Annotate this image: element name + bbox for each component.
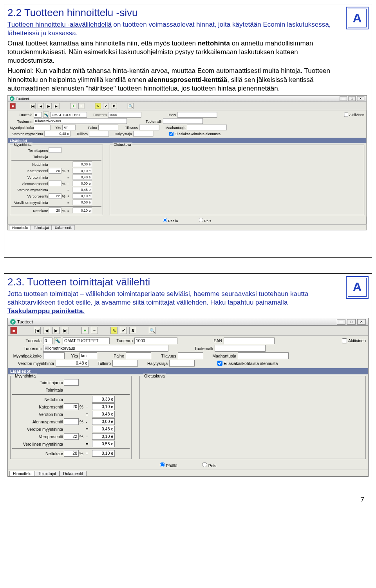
tuotemalli-input-2[interactable] <box>215 345 266 352</box>
add-button-2[interactable]: + <box>81 327 89 334</box>
alennuspros-input-2[interactable] <box>64 418 79 425</box>
nav-prev-button[interactable]: ◀ <box>38 103 43 109</box>
close-button-2[interactable]: ✕ <box>357 319 366 325</box>
search-button-2[interactable]: 🔍 <box>149 327 156 334</box>
tuotenro-label-2: Tuotenro <box>111 338 133 343</box>
tullinro-input[interactable] <box>89 131 109 136</box>
minimize-button[interactable]: — <box>340 96 347 101</box>
ean-input[interactable] <box>177 112 217 117</box>
tuoteala-name-2[interactable]: OMAT TUOTTEET <box>63 338 110 344</box>
verollinen-value[interactable]: 0,58 e <box>73 200 92 205</box>
kateprosentti-input[interactable]: 20 <box>49 168 61 173</box>
tab-toimittajat-2[interactable]: Toimittajat <box>35 471 60 476</box>
tuoteala-input-2[interactable]: 0 <box>43 338 52 344</box>
nettohinta-value[interactable]: 0,38 e <box>73 162 92 167</box>
halytys-input-2[interactable] <box>169 360 195 367</box>
radio-paalla[interactable]: Päällä <box>163 219 178 223</box>
minimize-button-2[interactable]: — <box>337 319 345 325</box>
cancel-button-2[interactable]: ✘ <box>129 327 136 334</box>
verollinen-value-2[interactable]: 0,58 e <box>92 441 115 447</box>
radio-pois[interactable]: Pois <box>199 219 211 223</box>
toolbar-record-button-2[interactable]: ■ <box>10 327 17 334</box>
aktiivinen-checkbox-2[interactable]: Aktiivinen <box>342 338 366 343</box>
verotonmyynti-input[interactable]: 0,48 e <box>44 131 70 136</box>
verotonmyynti2-value[interactable]: 0,48 e <box>73 187 92 192</box>
maahantuoja-input-2[interactable] <box>238 352 289 359</box>
tilavuus-input[interactable] <box>139 125 159 130</box>
maahantuoja-input[interactable] <box>187 125 227 130</box>
eiasiakas-checkbox[interactable]: Ei asiakaskohtaista alennusta <box>169 131 221 136</box>
yks-input-2[interactable]: km <box>80 352 97 359</box>
verollinen-label-2: Verollinen myyntihinta <box>12 442 63 446</box>
tuoteala-name[interactable]: OMAT TUOTTEET <box>51 112 87 117</box>
myyntipak-input-2[interactable] <box>43 352 65 359</box>
lookup-icon[interactable]: 🔦 <box>43 111 49 117</box>
paino-input[interactable] <box>98 125 118 130</box>
tilavuus-input-2[interactable] <box>178 352 203 359</box>
save-button[interactable]: ✔ <box>103 103 109 109</box>
maximize-button-2[interactable]: □ <box>347 319 356 325</box>
tab-hinnoittelu-2[interactable]: Hinnoittelu <box>9 471 35 476</box>
verotonhinta-value-2[interactable]: 0,48 e <box>92 411 115 417</box>
nettohinta-value-2[interactable]: 0,38 e <box>92 396 115 403</box>
aktiivinen-checkbox[interactable]: Aktiivinen <box>344 113 364 117</box>
tuotenro-input-2[interactable]: 1000 <box>134 338 177 344</box>
close-button[interactable]: ✕ <box>357 96 364 101</box>
nav-last-button[interactable]: ▶| <box>54 103 60 109</box>
delete-button-2[interactable]: − <box>91 327 98 334</box>
tab-dokumentit[interactable]: Dokumentit <box>52 225 74 230</box>
myyntipak-input[interactable] <box>34 125 50 130</box>
section-1-title: 2.2 Tuotteen hinnoittelu -sivu <box>7 7 369 19</box>
toimittajanro-input[interactable] <box>49 147 61 152</box>
add-button[interactable]: + <box>70 103 76 109</box>
radio-paalla-2[interactable]: Päällä <box>160 463 177 468</box>
nettokate-pct-2[interactable]: 20 <box>64 450 79 457</box>
tuotenro-input[interactable]: 1000 <box>108 112 141 117</box>
radio-pois-2[interactable]: Pois <box>202 463 216 468</box>
nav-next-button[interactable]: ▶ <box>46 103 52 109</box>
maximize-button[interactable]: □ <box>348 96 356 101</box>
ean-input-2[interactable] <box>224 338 275 344</box>
myyntipak-label-2: Myyntipak.koko <box>10 354 42 358</box>
tuoteala-input[interactable]: 0 <box>34 112 42 117</box>
paino-input-2[interactable] <box>126 352 151 359</box>
edit-button[interactable]: ✎ <box>95 103 101 109</box>
tuotenimi-input-2[interactable]: Kilometrikorvaus <box>43 345 168 352</box>
tuotenimi-input[interactable]: Kilometrikorvaus <box>34 118 127 123</box>
verotonhinta-value[interactable]: 0,48 e <box>73 174 92 180</box>
nettokate-pct[interactable]: 20 <box>49 207 61 213</box>
tabs-row: Hinnoittelu Toimittajat Dokumentit <box>8 224 366 230</box>
nav-first-button[interactable]: |◀ <box>30 103 36 109</box>
search-button[interactable]: 🔍 <box>128 103 134 109</box>
veropros-input-2[interactable]: 22 <box>64 433 79 440</box>
cancel-button[interactable]: ✘ <box>111 103 117 109</box>
save-button-2[interactable]: ✔ <box>120 327 127 334</box>
tab-toimittajat[interactable]: Toimittajat <box>31 225 52 230</box>
halytys-input[interactable] <box>133 131 153 136</box>
veropros-input[interactable]: 22 <box>49 193 61 199</box>
toimittajanro-input-2[interactable] <box>64 379 79 386</box>
tab-hinnoittelu[interactable]: Hinnoittelu <box>9 225 31 230</box>
toimittaja-label: Toimittaja <box>11 154 48 158</box>
toolbar-record-button[interactable]: ■ <box>10 103 16 109</box>
lisatiedot-header: Lisätiedot <box>8 138 366 143</box>
nav-last-button-2[interactable]: ▶| <box>62 327 69 334</box>
nav-first-button-2[interactable]: |◀ <box>34 327 41 334</box>
section-1-huomioi: Huomioi: Kun vaihdat mitä tahansa hinta-… <box>7 67 369 93</box>
delete-button[interactable]: − <box>78 103 84 109</box>
alennuspros-input[interactable] <box>49 180 61 186</box>
eiasiakas-checkbox-2[interactable]: Ei asiakaskohtaista alennusta <box>217 361 278 366</box>
nav-prev-button-2[interactable]: ◀ <box>43 327 50 334</box>
tilavuus-label-2: Tilavuus <box>153 354 176 358</box>
tuotemalli-input[interactable] <box>163 118 203 123</box>
verotonmyynti-input-2[interactable]: 0,48 e <box>56 360 89 367</box>
tab-dokumentit-2[interactable]: Dokumentit <box>60 471 87 476</box>
yks-input[interactable]: km <box>62 125 76 130</box>
verotonmyynti2-value-2[interactable]: 0,48 e <box>92 426 115 432</box>
edit-button-2[interactable]: ✎ <box>110 327 118 334</box>
nav-next-button-2[interactable]: ▶ <box>52 327 60 334</box>
tullinro-input-2[interactable] <box>112 360 138 367</box>
lookup-icon-2[interactable]: 🔦 <box>54 337 61 344</box>
kateprosentti-input-2[interactable]: 20 <box>64 403 79 410</box>
kate-value: 0,10 e <box>73 168 92 173</box>
